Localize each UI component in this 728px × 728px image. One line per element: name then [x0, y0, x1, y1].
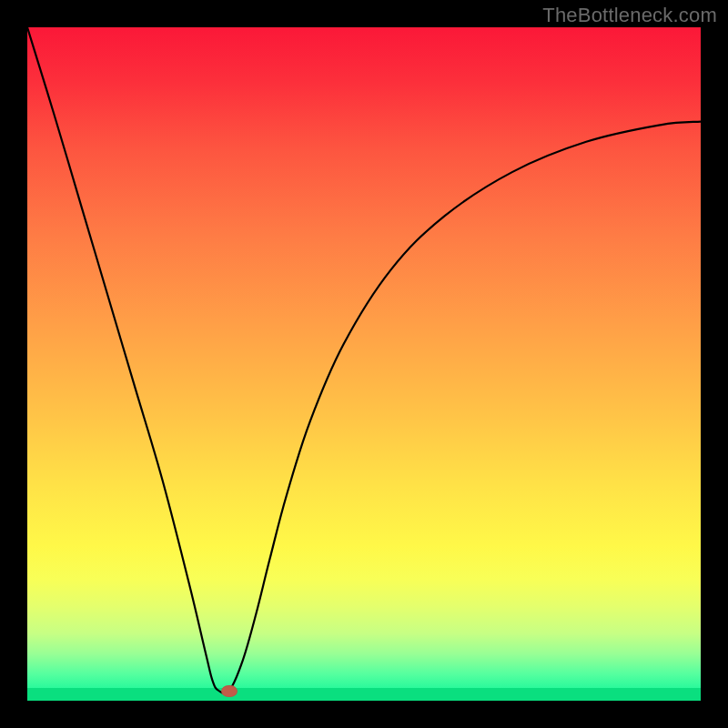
watermark-text: TheBottleneck.com — [542, 4, 717, 27]
bottleneck-curve — [27, 27, 701, 701]
chart-frame: TheBottleneck.com — [0, 0, 728, 728]
plot-area — [27, 27, 701, 701]
